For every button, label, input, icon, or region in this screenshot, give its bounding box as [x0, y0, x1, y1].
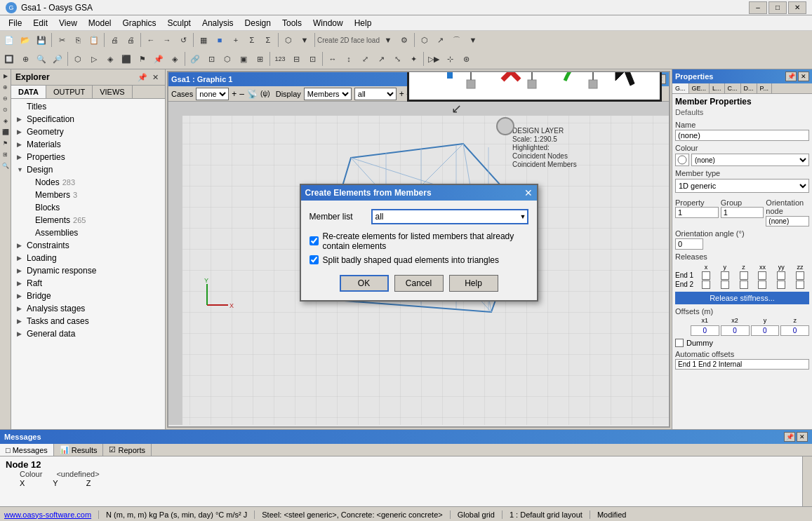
rel-end1-y[interactable] [721, 271, 729, 280]
tb2-13[interactable]: ⊡ [204, 51, 219, 67]
minus-btn[interactable]: – [239, 89, 244, 99]
property-input[interactable] [675, 207, 719, 218]
tree-general-data[interactable]: ▶ General data [11, 327, 165, 340]
orientation-node-value[interactable]: (none) [766, 216, 809, 226]
group-input[interactable] [721, 207, 764, 218]
props-pin[interactable]: 📌 [785, 72, 797, 81]
tb2-15[interactable]: ▣ [236, 51, 251, 67]
offset-x2-val[interactable]: 0 [721, 325, 750, 336]
tb-save[interactable]: 💾 [34, 32, 49, 48]
tb-sum2[interactable]: Σ [260, 32, 276, 48]
modal-close-button[interactable]: ✕ [524, 187, 533, 198]
tree-loading[interactable]: ▶ Loading [11, 252, 165, 264]
tb-new[interactable]: 📄 [1, 32, 17, 48]
tb2-18[interactable]: ⊟ [288, 51, 304, 67]
tb2-2[interactable]: ⊕ [18, 51, 33, 67]
tab-reports[interactable]: ☑ Reports [103, 444, 152, 456]
menu-window[interactable]: Window [307, 17, 349, 29]
tree-members[interactable]: Members 3 [11, 189, 165, 201]
tb2-9[interactable]: ⚑ [135, 51, 150, 67]
name-value[interactable]: (none) [675, 130, 809, 141]
tab-messages[interactable]: □ Messages [0, 444, 54, 456]
rel-end2-zz[interactable] [796, 280, 804, 289]
split-checkbox[interactable] [310, 255, 319, 264]
strip-btn-6[interactable]: ⬛ [1, 127, 11, 137]
messages-scrollbar[interactable] [802, 456, 812, 506]
cases-select[interactable]: none [196, 88, 229, 100]
tb-cut[interactable]: ✂ [54, 32, 69, 48]
tb-node[interactable]: ⬡ [417, 32, 432, 48]
tree-tasks-cases[interactable]: ▶ Tasks and cases [11, 315, 165, 327]
tb-grid[interactable]: ▦ [196, 32, 211, 48]
tb2-21[interactable]: ↕ [341, 51, 357, 67]
menu-graphics[interactable]: Graphics [117, 17, 162, 29]
menu-edit[interactable]: Edit [27, 17, 53, 29]
display-plus-btn[interactable]: + [399, 89, 404, 99]
props-close[interactable]: ✕ [798, 72, 809, 81]
offset-x1-val[interactable]: 0 [691, 325, 719, 336]
tb2-22[interactable]: ⤢ [357, 51, 373, 67]
maximize-button[interactable]: □ [768, 1, 787, 14]
rel-end1-z[interactable] [740, 271, 748, 280]
props-tab-1[interactable]: GE... [689, 83, 710, 93]
plus-btn[interactable]: + [232, 89, 237, 99]
tb-forward[interactable]: → [159, 32, 175, 48]
tb-paste[interactable]: 📋 [86, 32, 102, 48]
tb2-24[interactable]: ⤡ [390, 51, 405, 67]
props-tab-3[interactable]: C... [725, 83, 741, 93]
tb-more2[interactable]: ▼ [465, 32, 481, 48]
menu-view[interactable]: View [53, 17, 83, 29]
props-tab-2[interactable]: L... [710, 83, 725, 93]
tb-more[interactable]: ▼ [297, 32, 312, 48]
rel-end1-zz[interactable] [796, 271, 804, 280]
explorer-tab-output[interactable]: OUTPUT [46, 86, 93, 98]
strip-btn-8[interactable]: ⊞ [1, 149, 11, 159]
tb2-10[interactable]: 📌 [151, 51, 166, 67]
recreate-checkbox[interactable] [310, 236, 319, 245]
tb2-27[interactable]: ⊹ [442, 51, 458, 67]
tb-print2[interactable]: 🖨 [123, 32, 138, 48]
tb-create-opt[interactable]: ⚙ [397, 32, 412, 48]
strip-btn-9[interactable]: 🔍 [1, 161, 11, 170]
member-list-input[interactable] [371, 209, 528, 224]
colour-select[interactable]: (none) [691, 154, 809, 166]
tree-design[interactable]: ▼ Design [11, 163, 165, 176]
tree-dynamic-response[interactable]: ▶ Dynamic response [11, 264, 165, 277]
member-type-select[interactable]: 1D generic [675, 179, 809, 193]
ok-button[interactable]: OK [340, 275, 389, 292]
messages-close[interactable]: ✕ [797, 432, 808, 442]
tree-properties[interactable]: ▶ Properties [11, 151, 165, 163]
tb-create-dropdown[interactable]: ▼ [380, 32, 396, 48]
tb2-20[interactable]: ↔ [325, 51, 340, 67]
rel-end1-yy[interactable] [777, 271, 785, 280]
release-stiffness-button[interactable]: Release stiffness... [675, 292, 809, 304]
menu-analysis[interactable]: Analysis [197, 17, 239, 29]
tree-specification[interactable]: ▶ Specification [11, 113, 165, 126]
dummy-checkbox[interactable] [675, 339, 684, 347]
graphic-viewport[interactable]: DESIGN LAYER Scale: 1:290.5 Highlighted:… [168, 102, 669, 425]
strip-btn-5[interactable]: ◈ [1, 116, 11, 126]
strip-btn-2[interactable]: ⊕ [1, 82, 11, 92]
close-button[interactable]: ✕ [788, 1, 806, 14]
tb2-1[interactable]: 🔲 [1, 51, 17, 67]
explorer-tab-views[interactable]: VIEWS [93, 86, 132, 98]
menu-file[interactable]: File [3, 17, 27, 29]
tab-results[interactable]: 📊 Results [54, 444, 104, 456]
tb2-17[interactable]: 123 [272, 51, 288, 67]
tb2-8[interactable]: ⬛ [119, 51, 134, 67]
tree-materials[interactable]: ▶ Materials [11, 138, 165, 151]
tb2-5[interactable]: ⬡ [70, 51, 86, 67]
strip-btn-1[interactable]: ▶ [1, 71, 11, 81]
orientation-angle-input[interactable] [675, 238, 703, 250]
tb-print[interactable]: 🖨 [107, 32, 122, 48]
display-type-select[interactable]: Members [304, 88, 352, 100]
tree-raft[interactable]: ▶ Raft [11, 277, 165, 290]
display-filter-select[interactable]: all [354, 88, 397, 100]
messages-pin[interactable]: 📌 [784, 432, 795, 442]
tb2-16[interactable]: ⊞ [252, 51, 267, 67]
tb-copy[interactable]: ⎘ [70, 32, 86, 48]
explorer-pin[interactable]: 📌 [137, 72, 148, 83]
tree-constraints[interactable]: ▶ Constraints [11, 239, 165, 252]
tb2-12[interactable]: 🔗 [187, 51, 203, 67]
tb2-25[interactable]: ✦ [406, 51, 421, 67]
